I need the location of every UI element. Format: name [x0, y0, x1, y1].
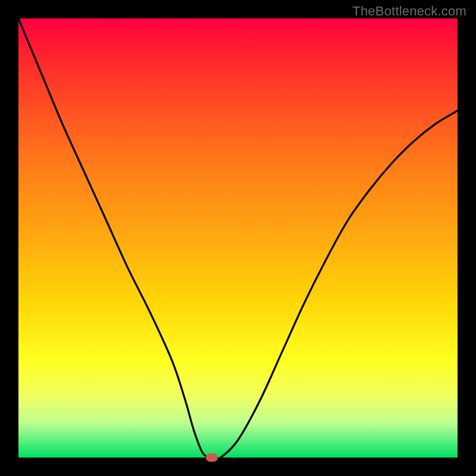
optimal-point-marker — [206, 453, 218, 462]
plot-area — [18, 18, 458, 458]
chart-stage: TheBottleneck.com — [0, 0, 476, 476]
bottleneck-curve — [18, 18, 458, 458]
watermark-text: TheBottleneck.com — [352, 4, 466, 19]
